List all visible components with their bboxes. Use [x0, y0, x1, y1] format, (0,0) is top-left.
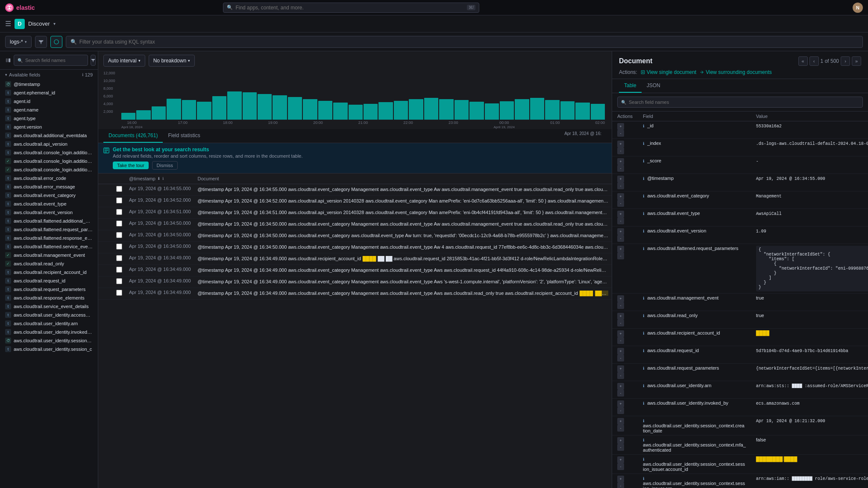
- sidebar-item-error-message[interactable]: t aws.cloudtrail.error_message: [0, 182, 98, 191]
- field-filter-exclude-icon[interactable]: -: [617, 182, 624, 189]
- field-filter-include-icon[interactable]: +: [617, 365, 624, 372]
- field-filter-exclude-icon[interactable]: -: [617, 372, 624, 379]
- histogram-bar[interactable]: [530, 98, 544, 120]
- histogram-bar[interactable]: [591, 104, 605, 120]
- field-filter-exclude-icon[interactable]: -: [617, 337, 624, 344]
- sidebar-item-flattened-request[interactable]: t aws.cloudtrail.flattened.request_para …: [0, 225, 98, 234]
- histogram-bar[interactable]: [424, 98, 438, 120]
- data-source-selector[interactable]: logs-* ▾: [5, 36, 32, 48]
- sidebar-item-request-id[interactable]: t aws.cloudtrail.request_id: [0, 276, 98, 285]
- sidebar-item-management-event[interactable]: ✓ aws.cloudtrail.management_event: [0, 251, 98, 259]
- doc-nav-prev[interactable]: ‹: [809, 56, 819, 66]
- sidebar-item-cloudtrail-additional[interactable]: t aws.cloudtrail.additional_eventdata: [0, 131, 98, 140]
- field-filter-include-icon[interactable]: +: [617, 456, 624, 463]
- doc-nav-last[interactable]: »: [852, 56, 861, 66]
- table-row[interactable]: ▶ Apr 19, 2024 @ 16:34:49.000 @timestamp…: [98, 265, 612, 276]
- tab-field-statistics[interactable]: Field statistics: [163, 129, 205, 143]
- sidebar-search-input[interactable]: [25, 58, 84, 63]
- sidebar-item-agent-type[interactable]: t agent.type: [0, 114, 98, 123]
- row-checkbox[interactable]: [116, 267, 122, 273]
- row-checkbox[interactable]: [116, 220, 122, 226]
- sidebar-search[interactable]: 🔍: [14, 55, 88, 66]
- breakdown-selector[interactable]: No breakdown ▾: [149, 55, 195, 67]
- sidebar-item-service-event[interactable]: t aws.cloudtrail.service_event_details: [0, 302, 98, 311]
- histogram-bar[interactable]: [318, 101, 332, 120]
- view-surrounding-link[interactable]: View surrounding documents: [700, 69, 772, 75]
- row-checkbox[interactable]: [116, 290, 122, 296]
- histogram-bar[interactable]: [333, 103, 347, 120]
- sidebar-item-event-category[interactable]: t aws.cloudtrail.event_category: [0, 191, 98, 200]
- field-filter-include-icon[interactable]: +: [617, 211, 624, 218]
- table-row[interactable]: ▶ Apr 19, 2024 @ 16:34:49.000 @timestamp…: [98, 288, 612, 300]
- app-title[interactable]: Discover: [28, 21, 50, 27]
- field-filter-include-icon[interactable]: +: [617, 246, 624, 253]
- table-row[interactable]: ▶ Apr 19, 2024 @ 16:34:49.000 @timestamp…: [98, 276, 612, 288]
- table-row[interactable]: ▶ Apr 19, 2024 @ 16:34:50.000 @timestamp…: [98, 219, 612, 230]
- sidebar-toggle[interactable]: [5, 56, 11, 65]
- field-filter-exclude-icon[interactable]: -: [617, 425, 624, 432]
- field-filter-include-icon[interactable]: +: [617, 418, 624, 425]
- field-filter-exclude-icon[interactable]: -: [617, 165, 624, 172]
- row-checkbox[interactable]: [116, 278, 122, 284]
- histogram-bar[interactable]: [560, 101, 575, 120]
- sidebar-item-agent-version[interactable]: t agent.version: [0, 123, 98, 131]
- expand-row-btn[interactable]: ▶: [102, 267, 109, 274]
- histogram-bar[interactable]: [364, 104, 378, 120]
- expand-row-btn[interactable]: ▶: [102, 186, 109, 194]
- expand-row-btn[interactable]: ▶: [102, 220, 109, 228]
- histogram-bar[interactable]: [378, 102, 393, 120]
- app-title-chevron[interactable]: ▾: [53, 21, 56, 26]
- sidebar-item-agent-ephemeral-id[interactable]: t agent.ephemeral_id: [0, 88, 98, 97]
- expand-row-btn[interactable]: ▶: [102, 244, 109, 251]
- sidebar-item-cloudtrail-api-version[interactable]: t aws.cloudtrail.api_version: [0, 140, 98, 148]
- histogram-bar[interactable]: [182, 100, 196, 120]
- histogram-bar[interactable]: [136, 110, 150, 120]
- table-row[interactable]: ▶ Apr 19, 2024 @ 16:34:50.000 @timestamp…: [98, 242, 612, 253]
- sidebar-item-flattened-service[interactable]: t aws.cloudtrail.flattened.service_event…: [0, 242, 98, 251]
- sidebar-collapse-icon[interactable]: ▾: [5, 73, 7, 77]
- histogram-bar[interactable]: [545, 100, 559, 120]
- field-filter-include-icon[interactable]: +: [617, 330, 624, 337]
- field-filter-exclude-icon[interactable]: -: [617, 320, 624, 326]
- global-search[interactable]: 🔍 ⌘/: [223, 3, 479, 13]
- row-checkbox[interactable]: [116, 209, 122, 215]
- sidebar-item-timestamp[interactable]: ⏱ @timestamp: [0, 80, 98, 88]
- histogram-bar[interactable]: [167, 99, 181, 120]
- table-row[interactable]: ▶ Apr 19, 2024 @ 16:34:52.000 @timestamp…: [98, 196, 612, 207]
- histogram-bar[interactable]: [121, 113, 135, 120]
- field-filter-include-icon[interactable]: +: [617, 348, 624, 355]
- col-timestamp-header[interactable]: @timestamp ⬇ ℹ: [126, 173, 194, 184]
- field-filter-exclude-icon[interactable]: -: [617, 218, 624, 224]
- sidebar-item-invoked-by[interactable]: t aws.cloudtrail.user_identity.invoked_b…: [0, 328, 98, 336]
- sidebar-item-response-elements[interactable]: t aws.cloudtrail.response_elements: [0, 294, 98, 302]
- histogram-bar[interactable]: [303, 99, 317, 120]
- sidebar-item-event-type[interactable]: t aws.cloudtrail.event_type: [0, 200, 98, 208]
- doc-field-search[interactable]: 🔍: [617, 97, 863, 108]
- sidebar-item-agent-name[interactable]: t agent.name: [0, 106, 98, 114]
- field-filter-include-icon[interactable]: +: [617, 400, 624, 407]
- sidebar-item-flattened-response[interactable]: t aws.cloudtrail.flattened.response_ele …: [0, 234, 98, 242]
- sidebar-item-request-params[interactable]: t aws.cloudtrail.request_parameters: [0, 285, 98, 294]
- field-filter-include-icon[interactable]: +: [617, 437, 624, 444]
- table-row[interactable]: ▶ Apr 19, 2024 @ 16:34:51.000 @timestamp…: [98, 207, 612, 219]
- histogram-bar[interactable]: [469, 102, 484, 120]
- histogram-bar[interactable]: [227, 91, 241, 120]
- field-filter-exclude-icon[interactable]: -: [617, 444, 624, 451]
- field-filter-include-icon[interactable]: +: [617, 193, 624, 200]
- histogram-bar[interactable]: [575, 103, 589, 120]
- row-checkbox[interactable]: [116, 197, 122, 203]
- row-checkbox[interactable]: [116, 232, 122, 238]
- doc-tab-table[interactable]: Table: [619, 79, 642, 93]
- field-filter-exclude-icon[interactable]: -: [617, 302, 624, 309]
- sidebar-item-console-login-mobile[interactable]: ✓ aws.cloudtrail.console_login.additiona…: [0, 165, 98, 174]
- field-filter-include-icon[interactable]: +: [617, 313, 624, 320]
- histogram-bar[interactable]: [212, 96, 226, 120]
- doc-nav-next[interactable]: ›: [841, 56, 850, 66]
- field-filter-exclude-icon[interactable]: -: [617, 130, 624, 137]
- field-filter-exclude-icon[interactable]: -: [617, 200, 624, 207]
- sidebar-item-error-code[interactable]: t aws.cloudtrail.error_code: [0, 174, 98, 182]
- field-filter-include-icon[interactable]: +: [617, 176, 624, 182]
- histogram-bar[interactable]: [409, 99, 423, 120]
- sidebar-item-console-login-1[interactable]: t aws.cloudtrail.console_login.additiona…: [0, 148, 98, 157]
- field-filter-include-icon[interactable]: +: [617, 228, 624, 235]
